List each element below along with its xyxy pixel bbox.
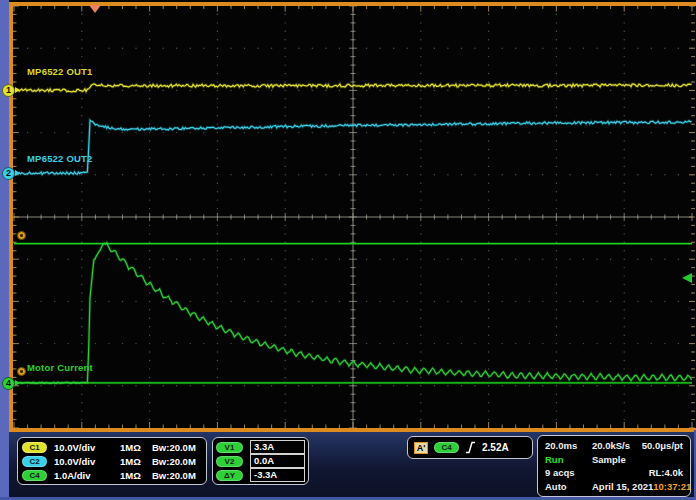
trigger-position-marker-icon[interactable]	[89, 5, 101, 13]
window-left-border	[0, 0, 9, 500]
v1-value: 3.3A	[250, 440, 305, 454]
trigger-level-arrow-icon[interactable]	[682, 273, 692, 283]
acquisition-info-box[interactable]: 20.0ms 20.0kS/s 50.0μs/pt Run Sample 9 a…	[537, 435, 691, 497]
delta-y-badge[interactable]: ΔY	[216, 470, 243, 481]
graticule-frame-left	[9, 2, 13, 432]
trigger-settings-box[interactable]: A' C4 2.52A	[407, 436, 533, 459]
acquisition-mode: Sample	[592, 454, 626, 465]
trace-label-ch4: Motor Current	[27, 362, 93, 373]
cursor-v2-handle[interactable]	[17, 367, 26, 376]
acq-row-state: Run Sample	[545, 454, 683, 465]
ch4-scale: 1.0A/div	[54, 470, 120, 481]
ch2-reference-marker[interactable]: 2	[2, 167, 15, 180]
channel-row-c1[interactable]: C1 10.0V/div 1MΩ Bw:20.0M	[22, 442, 202, 453]
trigger-source-badge[interactable]: C4	[434, 442, 459, 453]
ch2-badge[interactable]: C2	[22, 456, 47, 467]
ch4-reference-arrow-icon	[15, 380, 20, 386]
ch2-scale: 10.0V/div	[54, 456, 120, 467]
acq-row-count: 9 acqs RL:4.0k	[545, 467, 683, 478]
sample-rate-value: 20.0kS/s	[592, 440, 630, 451]
ch2-bandwidth: Bw:20.0M	[152, 456, 202, 467]
cursor-v1-handle[interactable]	[17, 231, 26, 240]
v2-value: 0.0A	[250, 454, 305, 468]
ch2-impedance: 1MΩ	[120, 456, 152, 467]
run-status: Run	[545, 454, 592, 465]
status-bar: C1 10.0V/div 1MΩ Bw:20.0M C2 10.0V/div 1…	[9, 432, 696, 500]
graticule-frame-top	[8, 2, 696, 6]
record-length: RL:4.0k	[649, 467, 683, 478]
waveform-plot	[0, 0, 696, 432]
ch4-impedance: 1MΩ	[120, 470, 152, 481]
ch4-reference-marker[interactable]: 4	[2, 377, 15, 390]
ch1-reference-marker[interactable]: 1	[2, 84, 15, 97]
trigger-mode: Auto	[545, 481, 592, 492]
clock: 10:37:21	[653, 481, 691, 492]
channel-row-c4[interactable]: C4 1.0A/div 1MΩ Bw:20.0M	[22, 470, 202, 481]
cursor-row-delta: ΔY -3.3A	[216, 468, 305, 482]
rising-edge-icon	[465, 441, 476, 454]
ch1-scale: 10.0V/div	[54, 442, 120, 453]
ch1-reference-arrow-icon	[15, 87, 20, 93]
timebase-value: 20.0ms	[545, 440, 592, 451]
delta-y-value: -3.3A	[250, 468, 305, 482]
ch4-badge[interactable]: C4	[22, 470, 47, 481]
cursor-readout-box[interactable]: V1 3.3A V2 0.0A ΔY -3.3A	[212, 437, 309, 485]
acq-row-timebase: 20.0ms 20.0kS/s 50.0μs/pt	[545, 440, 683, 451]
trigger-a-badge: A'	[414, 442, 428, 454]
acq-row-datetime: Auto April 15, 2021 10:37:21	[545, 481, 683, 492]
ch1-bandwidth: Bw:20.0M	[152, 442, 202, 453]
date-label: April 15, 2021	[592, 481, 653, 492]
v1-badge[interactable]: V1	[216, 442, 243, 453]
channel-settings-box[interactable]: C1 10.0V/div 1MΩ Bw:20.0M C2 10.0V/div 1…	[17, 437, 207, 485]
ch1-badge[interactable]: C1	[22, 442, 47, 453]
channel-row-c2[interactable]: C2 10.0V/div 1MΩ Bw:20.0M	[22, 456, 202, 467]
cursor-row-v1: V1 3.3A	[216, 440, 305, 454]
v2-badge[interactable]: V2	[216, 456, 243, 467]
ch2-reference-arrow-icon	[15, 170, 20, 176]
ch4-bandwidth: Bw:20.0M	[152, 470, 202, 481]
trace-label-ch2: MP6522 OUT2	[27, 153, 93, 164]
trace-label-ch1: MP6522 OUT1	[27, 66, 93, 77]
cursor-row-v2: V2 0.0A	[216, 454, 305, 468]
acquisition-count: 9 acqs	[545, 467, 592, 478]
trigger-level-value: 2.52A	[482, 442, 509, 453]
oscilloscope-screen: MP6522 OUT1 MP6522 OUT2 Motor Current 1 …	[0, 0, 696, 500]
resolution-value: 50.0μs/pt	[642, 440, 683, 451]
ch1-impedance: 1MΩ	[120, 442, 152, 453]
